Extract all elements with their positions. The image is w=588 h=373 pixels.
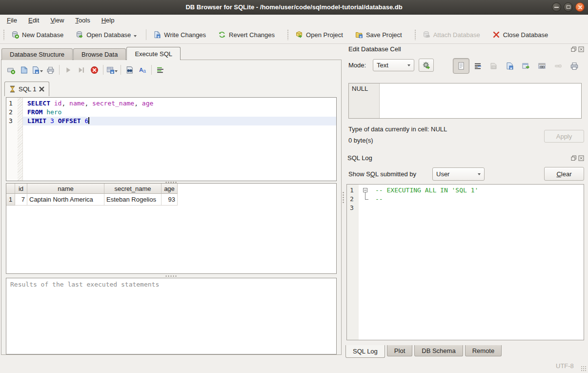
close-tab-icon[interactable] bbox=[39, 86, 44, 92]
column-header-age[interactable]: age bbox=[162, 184, 178, 194]
sql-log-view[interactable]: 1 2 3 -- EXECUTING ALL IN 'SQL 1' -- bbox=[346, 184, 584, 340]
tab-database-structure[interactable]: Database Structure bbox=[1, 48, 73, 60]
window-controls bbox=[552, 2, 585, 12]
cell-edit-area[interactable] bbox=[380, 83, 581, 118]
save-project-icon bbox=[355, 31, 363, 39]
mode-select[interactable]: Text bbox=[373, 59, 414, 71]
open-project-button[interactable]: Open Project bbox=[292, 28, 346, 41]
splitter-handle-icon bbox=[343, 191, 344, 204]
open-sql-file-button[interactable] bbox=[18, 63, 31, 77]
sql-log-filter-select[interactable]: User bbox=[432, 167, 485, 181]
results-message-pane[interactable]: Results of the last executed statements bbox=[6, 278, 337, 354]
word-wrap-button[interactable] bbox=[471, 60, 484, 72]
close-database-button[interactable]: Close Database bbox=[489, 28, 551, 41]
open-external-button[interactable] bbox=[520, 60, 532, 72]
edit-cell-panel-controls bbox=[571, 46, 584, 52]
close-panel-icon[interactable] bbox=[578, 155, 584, 161]
tab-plot[interactable]: Plot bbox=[387, 345, 412, 356]
tab-remote[interactable]: Remote bbox=[465, 345, 502, 356]
log-body[interactable]: -- EXECUTING ALL IN 'SQL 1' -- bbox=[359, 185, 584, 340]
new-database-button[interactable]: New Database bbox=[8, 28, 66, 41]
code-line: SELECT id, name, secret_name, age bbox=[23, 99, 336, 108]
toolbar-separator bbox=[103, 65, 103, 75]
close-button[interactable] bbox=[575, 2, 585, 12]
sql-editor[interactable]: 1 2 3 SELECT id, name, secret_name, age … bbox=[6, 97, 337, 181]
open-sql-new-tab-button[interactable] bbox=[4, 63, 18, 77]
log-line bbox=[359, 204, 584, 212]
row-header-cell[interactable]: 1 bbox=[6, 194, 15, 206]
stop-button[interactable] bbox=[88, 63, 101, 77]
print-cell-button[interactable] bbox=[568, 60, 581, 72]
export-data-button[interactable] bbox=[504, 60, 516, 72]
sql-file-tab[interactable]: SQL 1 bbox=[4, 82, 49, 96]
toolbar-separator bbox=[151, 65, 152, 75]
column-header-name[interactable]: name bbox=[27, 184, 104, 194]
cell-editor[interactable]: NULL bbox=[348, 83, 582, 119]
mode-label: Mode: bbox=[348, 62, 366, 69]
toolbar-grip[interactable] bbox=[414, 29, 417, 40]
auto-apply-button[interactable] bbox=[419, 59, 434, 72]
clear-log-button[interactable]: Clear bbox=[544, 167, 584, 181]
revert-changes-button[interactable]: Revert Changes bbox=[215, 28, 278, 41]
cell-age[interactable]: 93 bbox=[162, 194, 178, 206]
save-sql-dropdown-icon[interactable] bbox=[40, 70, 43, 74]
tab-browse-data[interactable]: Browse Data bbox=[73, 48, 126, 60]
cell-size-info: 0 byte(s) bbox=[348, 137, 373, 144]
menu-help[interactable]: Help bbox=[100, 16, 116, 25]
float-panel-icon[interactable] bbox=[571, 46, 577, 52]
execute-current-line-button bbox=[75, 63, 88, 77]
open-database-button[interactable]: Open Database bbox=[73, 28, 140, 41]
letter-case-button[interactable]: A a bbox=[136, 63, 149, 77]
open-database-dropdown-icon[interactable] bbox=[134, 35, 137, 39]
maximize-button[interactable] bbox=[564, 2, 573, 12]
cell-secret-name[interactable]: Esteban Rogelios bbox=[104, 194, 162, 206]
toolbar-grip[interactable] bbox=[287, 29, 289, 40]
cell-id[interactable]: 7 bbox=[15, 194, 27, 206]
text-mode-button[interactable] bbox=[453, 58, 469, 74]
tab-sql-log[interactable]: SQL Log bbox=[345, 345, 385, 358]
results-header-row: id name secret_name age bbox=[6, 184, 336, 194]
corner-header-cell[interactable] bbox=[6, 184, 15, 194]
save-results-button[interactable] bbox=[105, 63, 119, 77]
find-button[interactable] bbox=[123, 63, 136, 77]
column-header-secret-name[interactable]: secret_name bbox=[104, 184, 162, 194]
print-icon bbox=[570, 62, 579, 70]
save-project-button[interactable]: Save Project bbox=[352, 28, 405, 41]
tab-execute-sql[interactable]: Execute SQL bbox=[126, 47, 181, 60]
cell-value-label: NULL bbox=[349, 83, 380, 118]
cell-name[interactable]: Captain North America bbox=[27, 194, 104, 206]
editor-line-numbers: 1 2 3 bbox=[6, 98, 18, 181]
cell-type-info: Type of data currently in cell: NULL bbox=[348, 125, 447, 133]
editor-code[interactable]: SELECT id, name, secret_name, age FROM h… bbox=[23, 98, 336, 181]
toolbar-separator bbox=[121, 65, 121, 75]
format-sql-button[interactable] bbox=[154, 63, 167, 77]
column-header-id[interactable]: id bbox=[15, 184, 27, 194]
save-results-dropdown-icon[interactable] bbox=[115, 70, 118, 74]
tab-db-schema[interactable]: DB Schema bbox=[414, 345, 463, 356]
toolbar-grip[interactable] bbox=[3, 29, 5, 40]
fold-collapse-icon[interactable] bbox=[363, 188, 367, 192]
print-sql-button[interactable] bbox=[44, 63, 57, 77]
close-panel-icon[interactable] bbox=[578, 46, 584, 52]
menu-view[interactable]: View bbox=[49, 16, 65, 25]
save-sql-file-button[interactable] bbox=[31, 63, 44, 77]
write-changes-button[interactable]: Write Changes bbox=[150, 28, 209, 41]
menu-edit[interactable]: Edit bbox=[27, 16, 41, 25]
new-database-icon bbox=[11, 31, 19, 39]
sql-log-panel-controls bbox=[571, 155, 584, 161]
apply-button: Apply bbox=[544, 130, 584, 143]
splitter-results-messages[interactable] bbox=[6, 275, 337, 277]
table-row[interactable]: 1 7 Captain North America Esteban Rogeli… bbox=[6, 194, 336, 206]
close-icon bbox=[578, 5, 583, 10]
results-grid[interactable]: id name secret_name age 1 7 Captain Nort… bbox=[6, 183, 337, 274]
copy-link-button[interactable] bbox=[536, 60, 548, 72]
menu-tools[interactable]: Tools bbox=[74, 16, 91, 25]
sql-toolbar: A a bbox=[4, 62, 167, 77]
resize-grip[interactable] bbox=[581, 366, 587, 372]
import-data-button bbox=[487, 60, 500, 72]
titlebar: DB Browser for SQLite - /home/user/code/… bbox=[0, 0, 588, 15]
dock-tab-bar: SQL Log Plot DB Schema Remote bbox=[345, 345, 504, 358]
menu-file[interactable]: File bbox=[5, 16, 19, 25]
minimize-button[interactable] bbox=[552, 2, 561, 12]
float-panel-icon[interactable] bbox=[571, 155, 577, 161]
